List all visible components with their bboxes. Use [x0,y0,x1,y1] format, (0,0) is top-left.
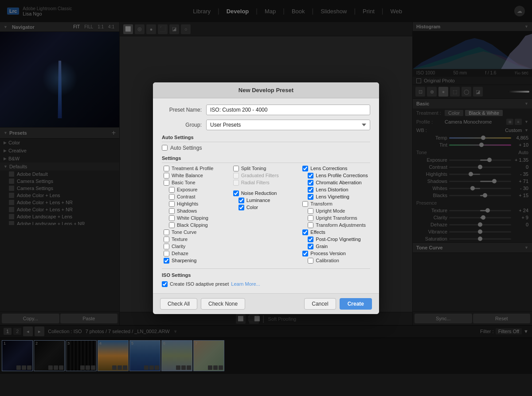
settings-basic-tone: Basic Tone [164,180,230,186]
cb-treatment-profile[interactable] [164,166,169,171]
cb-upright-mode[interactable] [308,208,313,214]
cb-color-nr[interactable] [239,205,244,210]
cb-lens-corrections[interactable] [302,166,308,171]
label-exposure: Exposure [177,187,197,192]
settings-tone-curve: Tone Curve [164,229,230,235]
group-label: Group: [162,122,202,128]
label-chromatic-aberration: Chromatic Aberration [316,180,361,185]
label-radial-filters: Radial Filters [241,180,270,185]
preset-name-input[interactable] [206,105,370,115]
settings-dehaze: Dehaze [164,251,230,256]
label-split-toning: Split Toning [241,166,266,171]
cb-lens-distortion[interactable] [308,187,313,193]
settings-luminance: Luminance [233,198,299,203]
cb-radial-filters[interactable] [233,180,239,186]
cb-lens-profile[interactable] [308,173,313,179]
cb-black-clipping[interactable] [169,222,175,228]
cb-sharpening[interactable] [164,258,169,264]
cb-noise-reduction[interactable] [233,190,239,196]
cb-shadows[interactable] [169,208,175,214]
cb-highlights[interactable] [169,201,175,207]
settings-radial-filters: Radial Filters [233,180,299,186]
cb-texture[interactable] [164,237,169,242]
label-clarity: Clarity [172,244,185,249]
cb-iso-adaptive[interactable] [162,281,168,287]
create-button[interactable]: Create [340,298,372,310]
settings-color-nr: Color [233,205,299,210]
auto-settings-checkbox[interactable] [162,145,168,151]
label-color-nr: Color [246,205,258,210]
label-highlights: Highlights [177,201,198,206]
settings-post-crop-vignetting: Post-Crop Vignetting [302,237,368,242]
cb-transform-adjustments[interactable] [308,222,313,228]
settings-grain: Grain [302,244,368,249]
cb-graduated-filters[interactable] [233,173,239,179]
cb-calibration[interactable] [308,258,313,264]
iso-adaptive-row: Create ISO adaptive preset Learn More... [162,281,370,287]
cb-white-clipping[interactable] [169,215,175,221]
group-row: Group: User Presets [162,120,370,130]
settings-graduated-filters: Graduated Filters [233,173,299,179]
label-process-version: Process Version [310,251,345,256]
settings-treatment-profile: Treatment & Profile [164,166,230,171]
label-lens-vignetting: Lens Vignetting [316,194,349,199]
label-effects: Effects [310,229,325,235]
settings-exposure: Exposure [164,187,230,193]
label-tone-curve: Tone Curve [172,229,196,235]
label-lens-profile: Lens Profile Corrections [316,173,368,178]
check-none-button[interactable]: Check None [201,298,245,310]
preset-name-label: Preset Name: [162,107,202,113]
cb-exposure[interactable] [169,187,175,193]
label-shadows: Shadows [177,208,197,214]
cb-contrast[interactable] [169,194,175,200]
cb-split-toning[interactable] [233,166,239,171]
label-basic-tone: Basic Tone [172,180,196,185]
cb-process-version[interactable] [302,251,308,256]
new-preset-modal: New Develop Preset Preset Name: Group: U… [153,82,379,314]
modal-body: Preset Name: Group: User Presets Auto Se… [153,98,379,293]
auto-settings-label: Auto Settings [170,145,202,151]
cancel-button[interactable]: Cancel [304,298,336,310]
iso-settings-title: ISO Settings [162,272,191,278]
label-contrast: Contrast [177,194,196,199]
label-sharpening: Sharpening [172,258,196,263]
settings-transform-adjustments: Transform Adjustments [302,222,368,228]
cb-white-balance[interactable] [164,173,169,179]
cb-chromatic-aberration[interactable] [308,180,313,186]
settings-effects: Effects [302,229,368,235]
settings-noise-reduction: Noise Reduction [233,190,299,196]
settings-lens-profile: Lens Profile Corrections [302,173,368,179]
settings-white-balance: White Balance [164,173,230,179]
cb-tone-curve[interactable] [164,229,169,235]
check-all-button[interactable]: Check All [160,298,197,310]
modal-footer-left: Check All Check None [160,298,301,310]
cb-post-crop-vignetting[interactable] [308,237,313,242]
modal-title: New Develop Preset [239,87,293,93]
cb-luminance[interactable] [239,198,244,203]
learn-more-link[interactable]: Learn More... [231,281,260,287]
label-luminance: Luminance [246,198,270,203]
label-transform: Transform [310,201,332,206]
label-black-clipping: Black Clipping [177,222,208,228]
label-graduated-filters: Graduated Filters [241,173,279,178]
cb-dehaze[interactable] [164,251,169,256]
settings-lens-vignetting: Lens Vignetting [302,194,368,200]
cb-upright-transforms[interactable] [308,215,313,221]
settings-clarity: Clarity [164,244,230,249]
settings-lens-corrections: Lens Corrections [302,166,368,171]
cb-clarity[interactable] [164,244,169,249]
cb-basic-tone[interactable] [164,180,169,186]
settings-process-version: Process Version [302,251,368,256]
cb-lens-vignetting[interactable] [308,194,313,200]
settings-upright-mode: Upright Mode [302,208,368,214]
modal-overlay: New Develop Preset Preset Name: Group: U… [0,0,532,396]
auto-settings-section-title: Auto Settings [162,135,370,142]
settings-texture: Texture [164,237,230,242]
cb-grain[interactable] [308,244,313,249]
group-select[interactable]: User Presets [206,120,370,130]
cb-transform[interactable] [302,201,308,207]
label-iso-adaptive: Create ISO adaptive preset [170,281,229,287]
settings-col-1: Treatment & Profile White Balance Basic … [162,166,231,265]
settings-col-2: Split Toning Graduated Filters Radial Fi… [231,166,301,265]
cb-effects[interactable] [302,229,308,235]
